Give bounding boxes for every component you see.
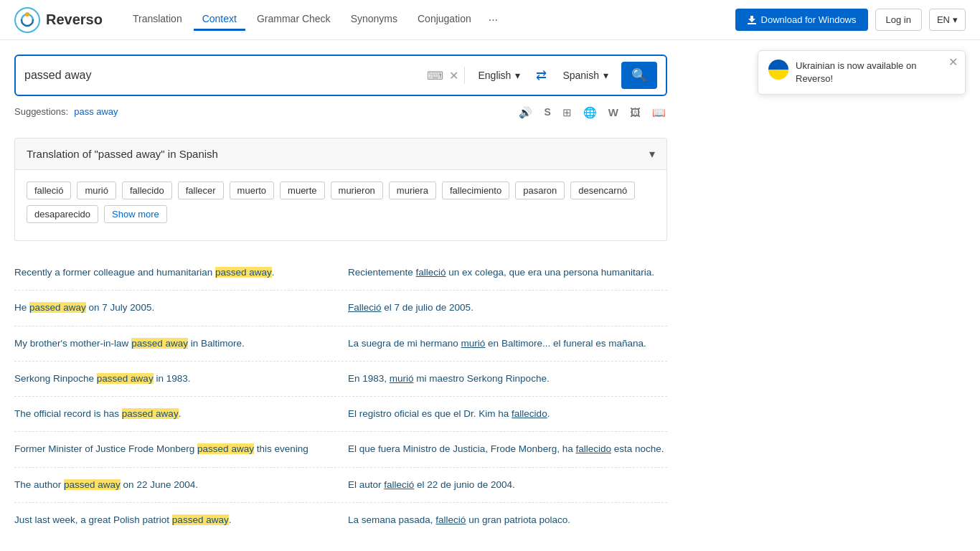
svg-rect-2	[748, 23, 756, 24]
notification-text: Ukrainian is now available on Reverso!	[796, 60, 939, 85]
image-icon[interactable]: 🖼	[628, 105, 642, 121]
example-es: El que fuera Ministro de Justicia, Frode…	[348, 442, 667, 456]
example-es: Falleció el 7 de julio de 2005.	[348, 301, 667, 315]
suggestion-link[interactable]: pass away	[74, 106, 118, 117]
show-more-button[interactable]: Show more	[104, 205, 167, 223]
highlight-en: passed away	[64, 479, 121, 490]
nav-translation[interactable]: Translation	[124, 9, 191, 31]
keyboard-icon[interactable]: ⌨	[427, 69, 443, 83]
download-icon	[747, 15, 757, 25]
nav-context[interactable]: Context	[194, 9, 245, 31]
example-es: Recientemente falleció un ex colega, que…	[348, 265, 667, 280]
nav-synonyms[interactable]: Synonyms	[342, 9, 406, 31]
translation-title: Translation of "passed away" in Spanish	[27, 148, 218, 160]
clear-icon[interactable]: ✕	[449, 69, 458, 83]
notification-close-icon[interactable]: ✕	[948, 57, 958, 68]
translation-chip[interactable]: desaparecido	[27, 205, 98, 223]
example-row: Just last week, a great Polish patriot p…	[14, 503, 667, 537]
logo-icon	[14, 7, 40, 33]
more-nav-icon[interactable]: ···	[483, 9, 504, 31]
nav-grammar[interactable]: Grammar Check	[248, 9, 339, 31]
logo[interactable]: Reverso	[14, 7, 103, 33]
example-es: La suegra de mi hermano murió en Baltimo…	[348, 336, 667, 351]
example-en: Recently a former colleague and humanita…	[14, 265, 334, 280]
header-right: Download for Windows Log in EN ▾	[735, 9, 966, 31]
highlight-es: murió	[390, 373, 414, 384]
example-row: The official record is has passed away.E…	[14, 397, 667, 432]
example-es: El autor falleció el 22 de junio de 2004…	[348, 478, 667, 492]
login-button[interactable]: Log in	[875, 9, 922, 31]
translation-chip[interactable]: desencarnó	[570, 182, 635, 199]
search-button[interactable]: 🔍	[621, 62, 657, 89]
translation-chip[interactable]: falleció	[27, 182, 71, 199]
highlight-en: passed away	[97, 373, 154, 384]
highlight-en: passed away	[131, 338, 188, 349]
separator	[464, 67, 465, 84]
example-row: The author passed away on 22 June 2004.E…	[14, 468, 667, 503]
highlight-es: fallecido	[512, 408, 547, 419]
translation-chip[interactable]: pasaron	[515, 182, 565, 199]
translation-header: Translation of "passed away" in Spanish …	[14, 138, 667, 170]
scrabble-icon[interactable]: S	[542, 105, 552, 121]
main-content: ⌨ ✕ English ▾ ⇄ Spanish ▾ 🔍 Suggestions:…	[0, 40, 980, 551]
highlight-en: passed away	[122, 408, 179, 419]
audio-icon[interactable]: 🔊	[517, 105, 534, 121]
svg-point-1	[25, 12, 29, 17]
download-button[interactable]: Download for Windows	[735, 9, 868, 31]
translation-chip[interactable]: muerto	[230, 182, 274, 199]
highlight-es: Falleció	[348, 302, 382, 313]
swap-languages-button[interactable]: ⇄	[533, 65, 550, 86]
grid-icon[interactable]: ⊞	[561, 105, 573, 121]
example-en: Just last week, a great Polish patriot p…	[14, 513, 334, 527]
translation-chip[interactable]: muriera	[389, 182, 436, 199]
example-en: He passed away on 7 July 2005.	[14, 301, 334, 315]
content-area: ⌨ ✕ English ▾ ⇄ Spanish ▾ 🔍 Suggestions:…	[14, 55, 667, 537]
highlight-es: fallecido	[575, 443, 611, 454]
nav-conjugation[interactable]: Conjugation	[409, 9, 480, 31]
book-icon[interactable]: 📖	[651, 105, 667, 121]
examples-list: Recently a former colleague and humanita…	[14, 255, 667, 537]
example-en: Former Minister of Justice Frode Monberg…	[14, 442, 334, 456]
example-row: Former Minister of Justice Frode Monberg…	[14, 432, 667, 467]
source-language-selector[interactable]: English ▾	[471, 70, 527, 81]
example-row: Recently a former colleague and humanita…	[14, 255, 667, 291]
highlight-en: passed away	[197, 443, 254, 454]
example-en: Serkong Rinpoche passed away in 1983.	[14, 372, 334, 386]
wikipedia-icon[interactable]: W	[607, 105, 620, 121]
example-es: En 1983, murió mi maestro Serkong Rinpoc…	[348, 372, 667, 386]
header: Reverso Translation Context Grammar Chec…	[0, 0, 980, 40]
chips-row: falleciómuriófallecidofallecermuertomuer…	[27, 182, 655, 223]
translation-chip[interactable]: murió	[77, 182, 116, 199]
highlight-es: falleció	[435, 514, 466, 525]
translation-chips-container: falleciómuriófallecidofallecermuertomuer…	[14, 170, 667, 241]
highlight-es: falleció	[416, 267, 446, 278]
example-es: El registro oficial es que el Dr. Kim ha…	[348, 407, 667, 421]
target-lang-chevron-icon: ▾	[603, 70, 608, 81]
example-en: My brother's mother-in-law passed away i…	[14, 336, 334, 351]
source-lang-chevron-icon: ▾	[515, 70, 520, 81]
nav: Translation Context Grammar Check Synony…	[124, 9, 735, 31]
translation-chip[interactable]: murieron	[331, 182, 383, 199]
chevron-down-icon: ▾	[953, 14, 958, 25]
target-language-selector[interactable]: Spanish ▾	[555, 70, 616, 81]
translation-chip[interactable]: fallecido	[122, 182, 172, 199]
language-selector-button[interactable]: EN ▾	[929, 9, 966, 31]
example-en: The official record is has passed away.	[14, 407, 334, 421]
web-icon[interactable]: 🌐	[582, 105, 598, 121]
notification-banner: Ukrainian is now available on Reverso! ✕	[758, 50, 966, 95]
example-es: La semana pasada, falleció un gran patri…	[348, 513, 667, 527]
highlight-en: passed away	[172, 514, 229, 525]
tools-row: 🔊 S ⊞ 🌐 W 🖼 📖	[517, 102, 667, 123]
search-input[interactable]	[24, 69, 421, 82]
example-row: My brother's mother-in-law passed away i…	[14, 326, 667, 362]
example-row: He passed away on 7 July 2005.Falleció e…	[14, 291, 667, 326]
collapse-icon[interactable]: ▾	[649, 147, 655, 161]
translation-chip[interactable]: fallecimiento	[442, 182, 509, 199]
translation-chip[interactable]: muerte	[280, 182, 324, 199]
example-row: Serkong Rinpoche passed away in 1983.En …	[14, 362, 667, 397]
example-en: The author passed away on 22 June 2004.	[14, 478, 334, 492]
suggestions-row: Suggestions: pass away	[14, 106, 118, 117]
search-container: ⌨ ✕ English ▾ ⇄ Spanish ▾ 🔍	[14, 55, 667, 96]
svg-point-0	[15, 8, 39, 32]
translation-chip[interactable]: fallecer	[178, 182, 224, 199]
